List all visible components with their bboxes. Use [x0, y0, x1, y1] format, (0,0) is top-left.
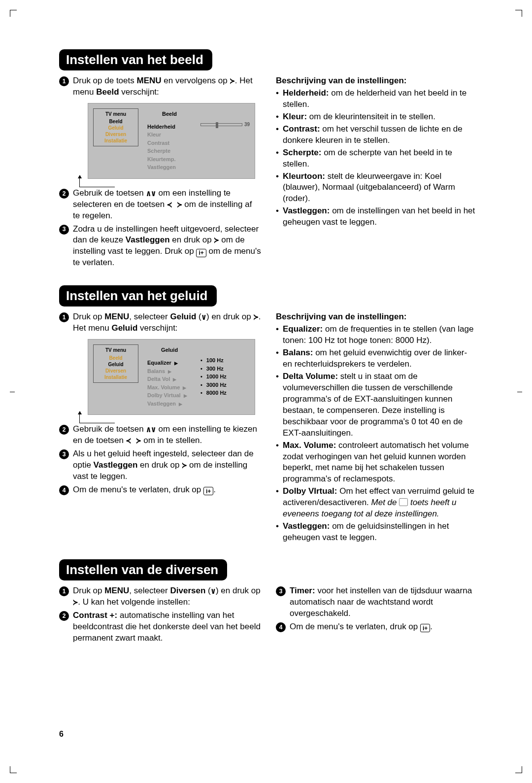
chevron-right-icon: ≻ — [73, 597, 78, 608]
step-4: 4 Om de menu's te verlaten, druk op i+. — [59, 484, 261, 496]
desc-heading: Beschrijving van de instellingen: — [276, 75, 478, 87]
surround-icon — [399, 498, 408, 506]
step-1: 1 Druk op MENU, selecteer Geluid (∨) en … — [59, 311, 261, 422]
chevron-right-icon: ≻ — [214, 235, 219, 246]
step-4: 4 Om de menu's te verlaten, druk op i+. — [276, 621, 478, 633]
desc-item: Max. Volume: controleert automatisch het… — [276, 440, 478, 485]
desc-heading: Beschrijving van de instellingen: — [276, 311, 478, 323]
section-title: Instellen van het beeld — [59, 49, 212, 70]
section-diversen: Instellen van de diversen 1 Druk op MENU… — [59, 559, 478, 646]
step-1: 1 Druk op de toets MENU en vervolgens op… — [59, 75, 261, 186]
desc-item: Delta Volume: stelt u in staat om de vol… — [276, 371, 478, 439]
chevron-down-icon: ∨ — [201, 311, 206, 323]
desc-item: Equalizer: om de frequenties in te stell… — [276, 324, 478, 346]
step-3: 3 Zodra u de instellingen heeft uitgevoe… — [59, 224, 261, 269]
step-2: 2 Gebruik de toetsen ∧∨ om een instellin… — [59, 188, 261, 222]
section-geluid: Instellen van het geluid 1 Druk op MENU,… — [59, 285, 478, 545]
step-1: 1 Druk op MENU, selecteer Diversen (∨) e… — [59, 585, 261, 608]
desc-item: Helderheid: om de helderheid van het bee… — [276, 88, 478, 110]
menu-screenshot-geluid: TV menu Beeld Geluid Diversen Installati… — [88, 339, 255, 415]
chevron-right-icon: ≻ — [230, 75, 234, 87]
left-right-icon: ≺ ≻ — [167, 199, 182, 210]
desc-item: Vastleggen: om de instellingen van het b… — [276, 205, 478, 228]
desc-item: Dolby VIrtual: Om het effect van verruim… — [276, 486, 478, 520]
step-3: 3 Als u het geluid heeft ingesteld, sele… — [59, 448, 261, 482]
desc-item: Contrast: om het verschil tussen de lich… — [276, 124, 478, 146]
desc-item: Kleur: om de kleurintensiteit in te stel… — [276, 111, 478, 123]
desc-item: Kleurtoon: stelt de kleurweergave in: Ko… — [276, 171, 478, 205]
desc-item: Vastleggen: om de geluidsinstellingen in… — [276, 521, 478, 544]
step-2: 2 Gebruik de toetsen ∧∨ om een instellin… — [59, 424, 261, 446]
info-plus-icon: i+ — [420, 624, 430, 632]
info-plus-icon: i+ — [203, 487, 213, 495]
up-down-icon: ∧∨ — [146, 424, 156, 435]
section-beeld: Instellen van het beeld 1 Druk op de toe… — [59, 49, 478, 271]
slider-icon — [200, 123, 242, 126]
step-2: 2 Contrast +: automatische instelling va… — [59, 610, 261, 644]
left-right-icon: ≺ ≻ — [126, 435, 141, 446]
menu-screenshot-beeld: TV menu Beeld Geluid Diversen Installati… — [88, 103, 255, 179]
desc-item: Scherpte: om de scherpte van het beeld i… — [276, 147, 478, 170]
chevron-right-icon: ≻ — [182, 460, 187, 471]
chevron-right-icon: ≻ — [253, 311, 258, 323]
info-plus-icon: i+ — [196, 249, 206, 257]
desc-item: Balans: om het geluid evenwichtig over d… — [276, 347, 478, 370]
chevron-down-icon: ∨ — [211, 585, 216, 597]
section-title: Instellen van het geluid — [59, 285, 217, 306]
step-3: 3 Timer: voor het instellen van de tijds… — [276, 585, 478, 619]
section-title: Instellen van de diversen — [59, 559, 227, 580]
page-number: 6 — [59, 730, 64, 739]
up-down-icon: ∧∨ — [146, 188, 156, 199]
